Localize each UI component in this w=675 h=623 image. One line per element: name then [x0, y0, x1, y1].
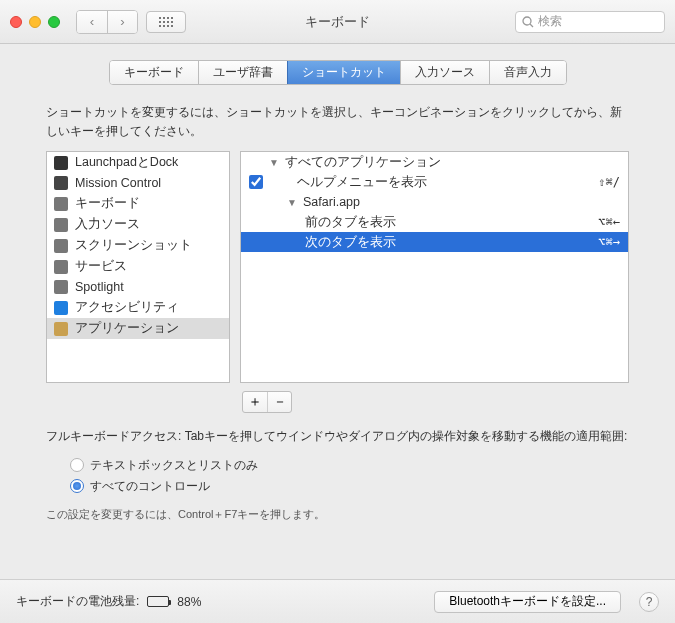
shortcut-keys: ⌥⌘← [598, 215, 620, 229]
screenshot-icon [53, 238, 69, 254]
remove-button[interactable]: － [267, 392, 291, 412]
group-row-safari[interactable]: ▼ Safari.app [241, 192, 628, 212]
shortcut-label: 前のタブを表示 [305, 214, 592, 231]
shortcut-list[interactable]: ▼ すべてのアプリケーション ヘルプメニューを表示 ⇧⌘/ ▼ Safari.a… [240, 151, 629, 383]
svg-rect-11 [171, 25, 173, 27]
svg-rect-2 [167, 17, 169, 19]
tab-0[interactable]: キーボード [110, 61, 198, 84]
launchpad-icon [53, 155, 69, 171]
shortcut-checkbox[interactable] [249, 175, 263, 189]
bluetooth-setup-button[interactable]: Bluetoothキーボードを設定... [434, 591, 621, 613]
forward-button[interactable]: › [107, 11, 137, 33]
input-icon [53, 217, 69, 233]
spotlight-icon [53, 279, 69, 295]
svg-rect-3 [171, 17, 173, 19]
fka-radios: テキストボックスとリストのみ すべてのコントロール [0, 453, 675, 499]
svg-rect-1 [163, 17, 165, 19]
tab-3[interactable]: 入力ソース [400, 61, 489, 84]
titlebar: ‹ › キーボード 検索 [0, 0, 675, 44]
group-label: Safari.app [303, 195, 620, 209]
group-label: すべてのアプリケーション [285, 154, 620, 171]
disclosure-triangle-icon[interactable]: ▼ [287, 197, 297, 208]
category-item[interactable]: アプリケーション [47, 318, 229, 339]
shortcut-keys: ⌥⌘→ [598, 235, 620, 249]
radio-icon [70, 458, 84, 472]
battery-percent: 88% [177, 595, 201, 609]
svg-rect-18 [54, 239, 68, 253]
accessibility-icon [53, 300, 69, 316]
tab-1[interactable]: ユーザ辞書 [198, 61, 287, 84]
shortcut-label: ヘルプメニューを表示 [297, 174, 592, 191]
group-row-all[interactable]: ▼ すべてのアプリケーション [241, 152, 628, 172]
add-button[interactable]: ＋ [243, 392, 267, 412]
keyboard-icon [53, 196, 69, 212]
app-icon [53, 321, 69, 337]
svg-rect-16 [54, 197, 68, 211]
svg-rect-15 [54, 176, 68, 190]
close-icon[interactable] [10, 16, 22, 28]
svg-rect-14 [54, 156, 68, 170]
shortcut-row-prev[interactable]: 前のタブを表示 ⌥⌘← [241, 212, 628, 232]
battery-icon [147, 596, 169, 607]
category-item[interactable]: Spotlight [47, 277, 229, 297]
shortcut-label: 次のタブを表示 [305, 234, 592, 251]
svg-rect-8 [159, 25, 161, 27]
svg-rect-0 [159, 17, 161, 19]
tab-2[interactable]: ショートカット [287, 61, 400, 84]
instruction-text: ショートカットを変更するには、ショートカットを選択し、キーコンビネーションをクリ… [0, 95, 675, 151]
radio-icon [70, 479, 84, 493]
svg-rect-5 [163, 21, 165, 23]
svg-point-12 [523, 17, 531, 25]
back-button[interactable]: ‹ [77, 11, 107, 33]
zoom-icon[interactable] [48, 16, 60, 28]
footer: キーボードの電池残量: 88% Bluetoothキーボードを設定... ? [0, 579, 675, 623]
help-button[interactable]: ? [639, 592, 659, 612]
category-label: キーボード [75, 195, 140, 212]
category-item[interactable]: キーボード [47, 193, 229, 214]
svg-rect-19 [54, 260, 68, 274]
search-placeholder: 検索 [538, 13, 562, 30]
tab-4[interactable]: 音声入力 [489, 61, 566, 84]
disclosure-triangle-icon[interactable]: ▼ [269, 157, 279, 168]
grid-icon [159, 17, 173, 27]
mission-icon [53, 175, 69, 191]
svg-rect-17 [54, 218, 68, 232]
category-item[interactable]: LaunchpadとDock [47, 152, 229, 173]
category-item[interactable]: サービス [47, 256, 229, 277]
category-label: 入力ソース [75, 216, 140, 233]
shortcut-row-next[interactable]: 次のタブを表示 ⌥⌘→ [241, 232, 628, 252]
shortcut-keys: ⇧⌘/ [598, 175, 620, 189]
traffic-lights [10, 16, 60, 28]
category-label: LaunchpadとDock [75, 154, 178, 171]
category-label: サービス [75, 258, 127, 275]
svg-rect-6 [167, 21, 169, 23]
add-remove-buttons: ＋ － [242, 391, 292, 413]
show-all-button[interactable] [146, 11, 186, 33]
radio-allcontrols[interactable]: すべてのコントロール [70, 476, 605, 497]
category-label: スクリーンショット [75, 237, 192, 254]
svg-rect-10 [167, 25, 169, 27]
category-item[interactable]: アクセシビリティ [47, 297, 229, 318]
fka-text: フルキーボードアクセス: Tabキーを押してウインドウやダイアログ内の操作対象を… [0, 413, 675, 452]
services-icon [53, 259, 69, 275]
radio-textlist[interactable]: テキストボックスとリストのみ [70, 455, 605, 476]
svg-line-13 [530, 24, 533, 27]
svg-rect-4 [159, 21, 161, 23]
pref-tabs: キーボードユーザ辞書ショートカット入力ソース音声入力 [0, 60, 675, 85]
category-item[interactable]: 入力ソース [47, 214, 229, 235]
search-field[interactable]: 検索 [515, 11, 665, 33]
nav-back-forward: ‹ › [76, 10, 138, 34]
category-item[interactable]: スクリーンショット [47, 235, 229, 256]
category-label: アプリケーション [75, 320, 179, 337]
category-label: Mission Control [75, 176, 161, 190]
category-list[interactable]: LaunchpadとDockMission Controlキーボード入力ソースス… [46, 151, 230, 383]
category-label: Spotlight [75, 280, 124, 294]
battery-label: キーボードの電池残量: [16, 593, 139, 610]
fka-hint: この設定を変更するには、Control＋F7キーを押します。 [0, 499, 675, 522]
svg-rect-20 [54, 280, 68, 294]
minimize-icon[interactable] [29, 16, 41, 28]
shortcut-row-help[interactable]: ヘルプメニューを表示 ⇧⌘/ [241, 172, 628, 192]
svg-rect-7 [171, 21, 173, 23]
category-item[interactable]: Mission Control [47, 173, 229, 193]
search-icon [522, 16, 534, 28]
